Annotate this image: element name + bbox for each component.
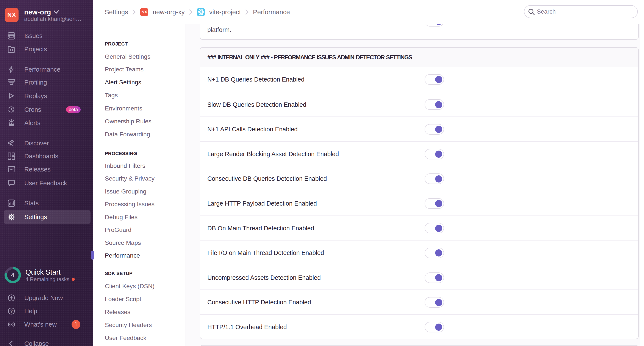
svg-text:?: ? xyxy=(10,309,13,313)
